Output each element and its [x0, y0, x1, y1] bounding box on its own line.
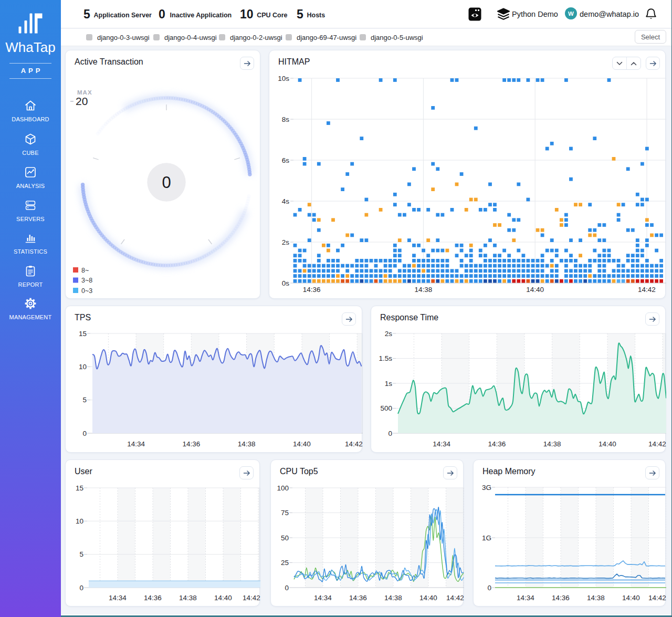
svg-text:14:38: 14:38 — [384, 594, 402, 602]
svg-text:0: 0 — [487, 584, 491, 592]
svg-text:15: 15 — [79, 330, 87, 338]
svg-text:14:36: 14:36 — [303, 286, 321, 294]
svg-text:14:36: 14:36 — [182, 440, 200, 448]
svg-text:0: 0 — [388, 430, 392, 437]
svg-text:14:42: 14:42 — [345, 440, 363, 448]
svg-text:0: 0 — [162, 173, 171, 192]
svg-text:14:42: 14:42 — [243, 594, 260, 602]
svg-text:14:38: 14:38 — [238, 440, 256, 448]
svg-text:0s: 0s — [282, 279, 290, 287]
svg-text:0: 0 — [79, 584, 83, 592]
svg-text:14:42: 14:42 — [638, 286, 656, 294]
svg-text:14:42: 14:42 — [648, 440, 666, 448]
svg-text:50: 50 — [281, 534, 289, 542]
svg-text:0: 0 — [82, 430, 87, 437]
svg-text:3~8: 3~8 — [81, 277, 92, 284]
svg-text:14:34: 14:34 — [109, 594, 127, 602]
svg-text:14:40: 14:40 — [293, 440, 311, 448]
svg-text:14:40: 14:40 — [598, 440, 616, 448]
svg-text:0: 0 — [285, 584, 289, 592]
svg-text:500: 500 — [380, 404, 392, 412]
svg-text:10: 10 — [79, 363, 87, 371]
svg-text:14:36: 14:36 — [488, 440, 506, 448]
svg-text:14:38: 14:38 — [543, 440, 561, 448]
svg-text:14:38: 14:38 — [415, 286, 433, 294]
svg-text:14:40: 14:40 — [526, 286, 544, 294]
svg-text:5: 5 — [82, 396, 87, 404]
svg-text:14:36: 14:36 — [144, 594, 162, 602]
svg-text:14:36: 14:36 — [349, 594, 367, 602]
svg-text:20: 20 — [76, 95, 88, 107]
svg-text:5: 5 — [79, 550, 83, 558]
svg-text:14:38: 14:38 — [587, 594, 605, 602]
svg-text:1s: 1s — [385, 380, 393, 388]
svg-text:1.5s: 1.5s — [379, 354, 392, 362]
svg-text:14:36: 14:36 — [552, 594, 570, 602]
svg-text:2s: 2s — [282, 238, 290, 246]
svg-text:0~3: 0~3 — [81, 287, 92, 295]
svg-text:14:34: 14:34 — [127, 440, 145, 448]
svg-text:1G: 1G — [482, 534, 491, 542]
svg-text:14:42: 14:42 — [648, 594, 666, 602]
svg-text:8s: 8s — [282, 116, 290, 123]
svg-text:14:42: 14:42 — [446, 594, 464, 602]
svg-text:14:34: 14:34 — [517, 594, 534, 602]
svg-text:3G: 3G — [482, 484, 491, 491]
svg-text:14:34: 14:34 — [433, 440, 450, 448]
svg-text:14:40: 14:40 — [214, 594, 232, 602]
svg-text:100: 100 — [277, 484, 289, 492]
svg-text:75: 75 — [281, 509, 289, 517]
svg-text:10: 10 — [76, 517, 83, 525]
svg-text:14:38: 14:38 — [179, 594, 197, 602]
svg-text:10s: 10s — [278, 75, 289, 82]
svg-text:14:40: 14:40 — [622, 594, 640, 602]
svg-text:25: 25 — [281, 559, 289, 567]
svg-text:8~: 8~ — [81, 267, 89, 274]
svg-text:6s: 6s — [282, 156, 290, 164]
svg-text:15: 15 — [76, 484, 83, 492]
svg-text:14:40: 14:40 — [419, 594, 437, 602]
svg-text:14:34: 14:34 — [314, 594, 332, 602]
svg-text:4s: 4s — [282, 197, 290, 205]
svg-text:2s: 2s — [385, 330, 393, 338]
